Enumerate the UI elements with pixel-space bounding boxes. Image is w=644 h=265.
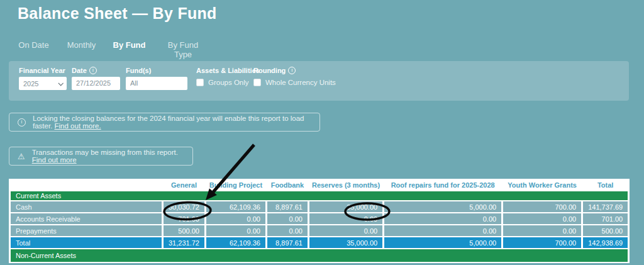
funds-input[interactable]	[126, 77, 187, 90]
financial-year-value: 2025	[23, 80, 38, 87]
cell-value: 0.00	[503, 225, 581, 236]
financial-year-field: Financial Year 2025	[19, 67, 67, 90]
assets-liabilities-label: Assets & Liabilities	[196, 67, 260, 74]
cell-value: 5,000.00	[384, 201, 501, 212]
warning-icon: ⚠	[18, 152, 25, 161]
section-label: Non-Current Assets	[11, 249, 628, 262]
cell-value: 0.00	[384, 225, 501, 236]
whole-currency-checkbox[interactable]	[253, 79, 261, 86]
column-header-general: General	[164, 180, 204, 190]
filter-panel: Financial Year 2025 Date i Fund(s) Asset…	[9, 61, 629, 101]
cell-value: 8,897.61	[267, 237, 308, 248]
financial-year-select[interactable]: 2025	[19, 77, 67, 90]
row-label: Total	[11, 237, 162, 248]
cell-value: 0.00	[267, 213, 308, 224]
cell-value: 0.00	[206, 225, 265, 236]
locking-find-out-more-link[interactable]: Find out more.	[55, 122, 101, 130]
info-icon[interactable]: i	[89, 67, 97, 74]
cell-value: 62,109.36	[206, 237, 265, 248]
groups-only-label: Groups Only	[208, 79, 249, 86]
column-header-foodbank: Foodbank	[267, 180, 308, 190]
locking-info-banner: i Locking the closing balances for the 2…	[9, 113, 320, 132]
transactions-find-out-more-link[interactable]: Find out more	[32, 156, 77, 164]
groups-only-checkbox[interactable]	[196, 79, 204, 86]
section-label: Current Assets	[11, 191, 628, 200]
cell-value: 0.00	[503, 213, 581, 224]
section-row-non-current-assets: Non-Current Assets	[11, 249, 628, 262]
cell-value: 8,897.61	[267, 201, 308, 212]
table-row-cash: Cash 30,030.72 62,109.36 8,897.61 35,000…	[11, 201, 628, 212]
rounding-label-text: Rounding	[253, 67, 286, 74]
funds-field: Fund(s)	[126, 67, 187, 90]
date-label: Date i	[72, 67, 120, 74]
cell-value: 0.00	[267, 225, 308, 236]
info-icon: i	[18, 118, 26, 127]
locking-banner-text: Locking the closing balances for the 202…	[33, 115, 311, 130]
info-icon[interactable]: i	[288, 67, 296, 74]
cell-value: 700.00	[503, 201, 581, 212]
cell-value: 0.00	[206, 213, 265, 224]
row-label: Cash	[11, 201, 162, 212]
cell-value: 35,000.00	[309, 237, 382, 248]
cell-value: 701.00	[583, 213, 628, 224]
assets-liabilities-field: Assets & Liabilities Groups Only	[196, 67, 260, 86]
date-label-text: Date	[72, 67, 87, 74]
cell-value: 141,737.69	[583, 201, 628, 212]
column-header-youth-worker: Youth Worker Grants	[503, 180, 581, 190]
section-row-current-assets: Current Assets	[11, 191, 628, 200]
financial-year-label: Financial Year	[19, 67, 67, 74]
date-field: Date i	[72, 67, 120, 90]
page-title: Balance Sheet — By Fund	[18, 4, 217, 23]
cell-value: 0.00	[309, 225, 382, 236]
cell-value: 31,231.72	[164, 237, 204, 248]
column-header-roof-repairs: Roof repairs fund for 2025-2028	[384, 180, 501, 190]
column-header-blank	[11, 180, 162, 190]
transactions-banner-message: Transactions may be missing from this re…	[32, 149, 178, 156]
cell-value: 5,000.00	[384, 237, 501, 248]
column-header-total: Total	[583, 180, 628, 190]
cell-value: 0.00	[309, 213, 382, 224]
table-row-accounts-receivable: Accounts Receivable 701.00 0.00 0.00 0.0…	[11, 213, 628, 224]
balance-sheet-table: General Building Project Foodbank Reserv…	[9, 179, 630, 263]
cell-value: 62,109.36	[206, 201, 265, 212]
funds-label: Fund(s)	[126, 67, 187, 74]
rounding-field: Rounding i Whole Currency Units	[253, 67, 336, 86]
cell-value: 142,938.69	[583, 237, 628, 248]
date-input[interactable]	[72, 77, 120, 90]
row-label: Prepayments	[11, 225, 162, 236]
cell-value: 700.00	[503, 237, 581, 248]
chevron-down-icon	[58, 81, 63, 86]
cell-value: 30,030.72	[164, 201, 204, 212]
rounding-label: Rounding i	[253, 67, 336, 74]
transactions-banner-text: Transactions may be missing from this re…	[32, 149, 184, 164]
table-row-total: Total 31,231.72 62,109.36 8,897.61 35,00…	[11, 237, 628, 248]
cell-value: 35,000.00	[309, 201, 382, 212]
cell-value: 500.00	[583, 225, 628, 236]
transactions-warning-banner: ⚠ Transactions may be missing from this …	[9, 147, 193, 166]
column-header-reserves: Reserves (3 months)	[309, 180, 382, 190]
table-row-prepayments: Prepayments 500.00 0.00 0.00 0.00 0.00 0…	[11, 225, 628, 236]
whole-currency-label: Whole Currency Units	[265, 79, 336, 86]
cell-value: 500.00	[164, 225, 204, 236]
cell-value: 0.00	[384, 213, 501, 224]
row-label: Accounts Receivable	[11, 213, 162, 224]
cell-value: 701.00	[164, 213, 204, 224]
column-header-building-project: Building Project	[206, 180, 265, 190]
table-header-row: General Building Project Foodbank Reserv…	[11, 180, 628, 190]
